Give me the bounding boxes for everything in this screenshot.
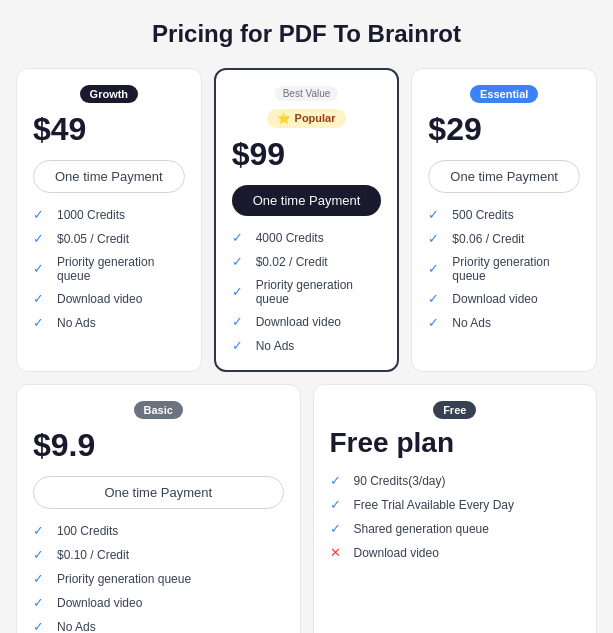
- check-icon: ✓: [33, 571, 49, 587]
- x-icon: ✕: [330, 545, 346, 561]
- check-icon: ✓: [33, 523, 49, 539]
- list-item: ✓ No Ads: [33, 315, 185, 331]
- growth-card: Growth $49 One time Payment ✓ 1000 Credi…: [16, 68, 202, 372]
- free-card: Free Free plan ✓ 90 Credits(3/day) ✓ Fre…: [313, 384, 598, 633]
- growth-badge: Growth: [80, 85, 139, 103]
- popular-payment-button[interactable]: One time Payment: [232, 185, 382, 216]
- free-plan-title: Free plan: [330, 427, 581, 459]
- check-icon: ✓: [232, 230, 248, 246]
- list-item: ✓ Priority generation queue: [33, 255, 185, 283]
- check-icon: ✓: [232, 254, 248, 270]
- list-item: ✓ Download video: [33, 291, 185, 307]
- check-icon: ✓: [33, 315, 49, 331]
- check-icon: ✓: [330, 521, 346, 537]
- check-icon: ✓: [33, 291, 49, 307]
- growth-features: ✓ 1000 Credits ✓ $0.05 / Credit ✓ Priori…: [33, 207, 185, 331]
- free-badge: Free: [433, 401, 476, 419]
- check-icon: ✓: [428, 231, 444, 247]
- basic-badge: Basic: [134, 401, 183, 419]
- check-icon: ✓: [232, 284, 248, 300]
- essential-features: ✓ 500 Credits ✓ $0.06 / Credit ✓ Priorit…: [428, 207, 580, 331]
- list-item: ✓ 4000 Credits: [232, 230, 382, 246]
- basic-payment-button[interactable]: One time Payment: [33, 476, 284, 509]
- list-item: ✓ Download video: [232, 314, 382, 330]
- essential-price: $29: [428, 111, 580, 148]
- check-icon: ✓: [33, 261, 49, 277]
- list-item: ✓ 90 Credits(3/day): [330, 473, 581, 489]
- popular-card: Best Value ⭐ Popular $99 One time Paymen…: [214, 68, 400, 372]
- check-icon: ✓: [232, 314, 248, 330]
- list-item: ✓ Free Trial Available Every Day: [330, 497, 581, 513]
- basic-price: $9.9: [33, 427, 284, 464]
- best-value-label: Best Value: [275, 86, 339, 101]
- list-item: ✓ Priority generation queue: [428, 255, 580, 283]
- check-icon: ✓: [33, 595, 49, 611]
- growth-price: $49: [33, 111, 185, 148]
- list-item: ✓ Download video: [33, 595, 284, 611]
- basic-features: ✓ 100 Credits ✓ $0.10 / Credit ✓ Priorit…: [33, 523, 284, 633]
- list-item: ✓ $0.02 / Credit: [232, 254, 382, 270]
- popular-price: $99: [232, 136, 382, 173]
- list-item: ✓ $0.05 / Credit: [33, 231, 185, 247]
- check-icon: ✓: [232, 338, 248, 354]
- check-icon: ✓: [428, 315, 444, 331]
- popular-badge: ⭐ Popular: [267, 109, 345, 128]
- check-icon: ✓: [33, 207, 49, 223]
- page-title: Pricing for PDF To Brainrot: [16, 20, 597, 48]
- list-item: ✓ 1000 Credits: [33, 207, 185, 223]
- essential-badge: Essential: [470, 85, 538, 103]
- list-item: ✓ No Ads: [428, 315, 580, 331]
- popular-features: ✓ 4000 Credits ✓ $0.02 / Credit ✓ Priori…: [232, 230, 382, 354]
- list-item: ✕ Download video: [330, 545, 581, 561]
- check-icon: ✓: [428, 207, 444, 223]
- list-item: ✓ No Ads: [33, 619, 284, 633]
- essential-card: Essential $29 One time Payment ✓ 500 Cre…: [411, 68, 597, 372]
- growth-payment-button[interactable]: One time Payment: [33, 160, 185, 193]
- check-icon: ✓: [428, 261, 444, 277]
- list-item: ✓ $0.06 / Credit: [428, 231, 580, 247]
- list-item: ✓ 100 Credits: [33, 523, 284, 539]
- check-icon: ✓: [330, 497, 346, 513]
- basic-card: Basic $9.9 One time Payment ✓ 100 Credit…: [16, 384, 301, 633]
- check-icon: ✓: [33, 619, 49, 633]
- check-icon: ✓: [428, 291, 444, 307]
- list-item: ✓ Shared generation queue: [330, 521, 581, 537]
- list-item: ✓ No Ads: [232, 338, 382, 354]
- list-item: ✓ Download video: [428, 291, 580, 307]
- list-item: ✓ $0.10 / Credit: [33, 547, 284, 563]
- free-features: ✓ 90 Credits(3/day) ✓ Free Trial Availab…: [330, 473, 581, 561]
- list-item: ✓ Priority generation queue: [33, 571, 284, 587]
- check-icon: ✓: [330, 473, 346, 489]
- list-item: ✓ Priority generation queue: [232, 278, 382, 306]
- list-item: ✓ 500 Credits: [428, 207, 580, 223]
- essential-payment-button[interactable]: One time Payment: [428, 160, 580, 193]
- check-icon: ✓: [33, 231, 49, 247]
- check-icon: ✓: [33, 547, 49, 563]
